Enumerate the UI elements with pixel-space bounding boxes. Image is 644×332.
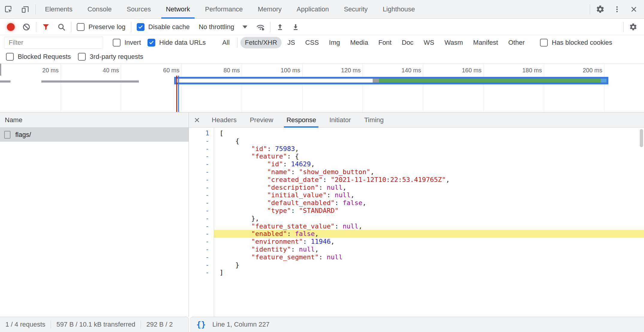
waterfall-overview[interactable]: 20 ms40 ms60 ms80 ms100 ms120 ms140 ms16…	[0, 64, 644, 113]
tab-memory[interactable]: Memory	[250, 0, 289, 18]
resource-type-filters: All Fetch/XHRJSCSSImgMediaFontDocWSWasmM…	[218, 37, 529, 48]
code-text: "initial_value": null,	[214, 191, 644, 199]
import-har-icon[interactable]	[272, 19, 288, 35]
filter-type-ws[interactable]: WS	[419, 37, 439, 48]
token-punct: ,	[331, 238, 335, 245]
filter-type-css[interactable]: CSS	[301, 37, 323, 48]
format-braces-icon[interactable]: {}	[196, 320, 206, 329]
preserve-log-checkbox[interactable]: Preserve log	[77, 23, 126, 31]
code-line: - "name": "show_demo_button",	[189, 168, 644, 176]
code-line: - "id": 75983,	[189, 145, 644, 153]
code-text: },	[214, 215, 644, 222]
code-line: - "environment": 11946,	[189, 238, 644, 246]
token-punct: {	[219, 137, 239, 145]
token-key: "feature_state_value"	[251, 222, 335, 230]
token-punct: ,	[343, 184, 347, 191]
token-key: "type"	[267, 207, 291, 214]
checkbox-box	[113, 39, 121, 47]
editor-status: {} Line 1, Column 227	[190, 317, 644, 332]
tab-response[interactable]: Response	[280, 113, 323, 127]
invert-checkbox[interactable]: Invert	[113, 39, 141, 47]
export-har-icon[interactable]	[288, 19, 303, 35]
waterfall-segment-green	[379, 79, 601, 83]
third-party-requests-checkbox[interactable]: 3rd-party requests	[78, 53, 143, 61]
throttling-dropdown[interactable]: No throttling	[199, 23, 248, 31]
main-toolbar: ElementsConsoleSourcesNetworkPerformance…	[0, 0, 644, 19]
tab-lighthouse[interactable]: Lighthouse	[375, 0, 422, 18]
token-punct: ,	[362, 199, 366, 207]
checkbox-box	[148, 39, 155, 47]
close-icon[interactable]	[625, 0, 642, 18]
token-punct: :	[327, 191, 335, 199]
more-options-icon[interactable]	[609, 0, 625, 18]
tab-timing[interactable]: Timing	[358, 113, 390, 127]
code-line: - "type": "STANDARD"	[189, 207, 644, 215]
has-blocked-cookies-label: Has blocked cookies	[552, 39, 612, 47]
filter-type-all[interactable]: All	[218, 37, 234, 48]
token-punct: ,	[446, 176, 450, 183]
disable-cache-checkbox[interactable]: Disable cache	[137, 23, 190, 31]
filter-type-js[interactable]: JS	[283, 37, 300, 48]
token-key: "enabled"	[251, 230, 287, 237]
network-main: Name flags/ HeadersPreviewResponseInitia…	[0, 113, 644, 317]
network-conditions-icon[interactable]	[253, 19, 268, 35]
clear-icon[interactable]	[19, 19, 34, 35]
code-text: "type": "STANDARD"	[214, 207, 644, 215]
request-row[interactable]: flags/	[0, 128, 189, 142]
options-row: Blocked Requests 3rd-party requests	[0, 50, 644, 64]
filter-type-img[interactable]: Img	[324, 37, 344, 48]
record-icon[interactable]	[3, 19, 19, 35]
token-number: 75983	[275, 145, 295, 152]
timeline-tick-label: 80 ms	[224, 67, 240, 74]
timeline-tick-label: 100 ms	[281, 67, 300, 74]
divider	[141, 320, 141, 329]
line-number: -	[189, 176, 214, 184]
token-key: "name"	[267, 168, 291, 176]
token-punct: :	[283, 160, 291, 168]
filter-type-font[interactable]: Font	[374, 37, 396, 48]
tab-headers[interactable]: Headers	[205, 113, 243, 127]
timeline-gridline: 140 ms	[423, 64, 423, 112]
settings-gear-icon[interactable]	[592, 0, 609, 18]
tab-application[interactable]: Application	[289, 0, 336, 18]
tab-elements[interactable]: Elements	[37, 0, 80, 18]
tab-network[interactable]: Network	[158, 0, 198, 18]
name-column-header[interactable]: Name	[0, 113, 189, 128]
divider	[35, 4, 36, 14]
has-blocked-cookies-checkbox[interactable]: Has blocked cookies	[540, 39, 612, 47]
document-icon	[4, 131, 10, 139]
code-line: - "default_enabled": false,	[189, 199, 644, 207]
filter-type-manifest[interactable]: Manifest	[469, 37, 502, 48]
tab-sources[interactable]: Sources	[119, 0, 158, 18]
tab-initiator[interactable]: Initiator	[323, 113, 357, 127]
line-number: -	[189, 238, 214, 246]
code-text: "description": null,	[214, 184, 644, 192]
divider	[36, 22, 36, 32]
filter-type-other[interactable]: Other	[504, 37, 529, 48]
filter-type-fetch-xhr[interactable]: Fetch/XHR	[240, 37, 282, 48]
hide-data-urls-checkbox[interactable]: Hide data URLs	[148, 39, 206, 47]
request-table: Name flags/	[0, 113, 189, 317]
token-key: "id"	[251, 145, 267, 152]
line-number: -	[189, 191, 214, 199]
filter-input[interactable]	[4, 37, 103, 49]
close-details-icon[interactable]	[189, 113, 205, 127]
code-text: "identity": null,	[214, 246, 644, 253]
network-settings-gear-icon[interactable]	[625, 19, 641, 35]
filter-type-wasm[interactable]: Wasm	[440, 37, 468, 48]
search-icon[interactable]	[54, 19, 69, 35]
token-atom: null	[327, 184, 343, 191]
tab-security[interactable]: Security	[336, 0, 375, 18]
tab-performance[interactable]: Performance	[198, 0, 250, 18]
tab-preview[interactable]: Preview	[243, 113, 280, 127]
filter-type-doc[interactable]: Doc	[397, 37, 418, 48]
tab-console[interactable]: Console	[80, 0, 119, 18]
filter-type-media[interactable]: Media	[346, 37, 373, 48]
response-viewer[interactable]: 1[- {- "id": 75983,- "feature": {- "id":…	[189, 128, 644, 317]
filter-funnel-icon[interactable]	[38, 19, 54, 35]
blocked-requests-checkbox[interactable]: Blocked Requests	[6, 53, 71, 61]
inspect-icon[interactable]	[0, 0, 17, 18]
scrollbar-thumb[interactable]	[640, 129, 643, 147]
token-punct: },	[219, 215, 259, 222]
device-toolbar-icon[interactable]	[17, 0, 34, 18]
